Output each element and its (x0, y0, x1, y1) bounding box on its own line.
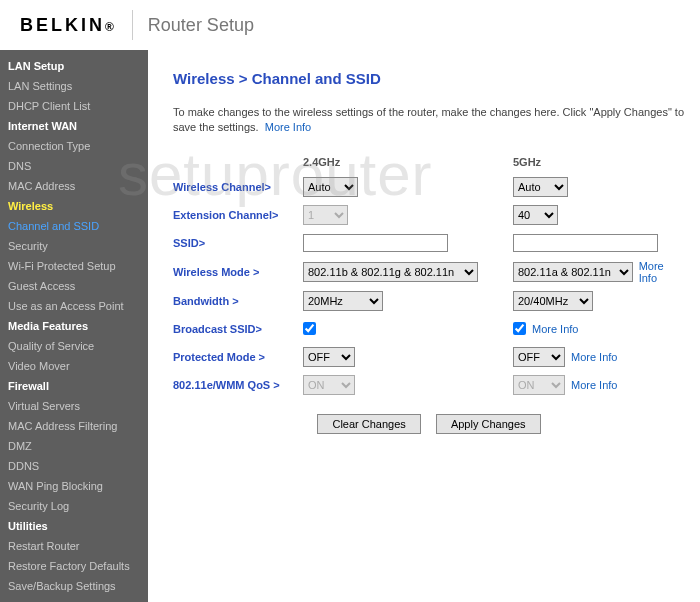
sidebar-item[interactable]: Connection Type (0, 136, 148, 156)
label-broadcast-ssid: Broadcast SSID> (173, 323, 303, 335)
bandwidth-24[interactable]: 20MHz (303, 291, 383, 311)
sidebar-section: Firewall (0, 376, 148, 396)
extension-channel-24: 1 (303, 205, 348, 225)
wmm-qos-5: ON (513, 375, 565, 395)
protected-mode-5[interactable]: OFF (513, 347, 565, 367)
sidebar-item[interactable]: Security Log (0, 496, 148, 516)
clear-changes-button[interactable]: Clear Changes (317, 414, 420, 434)
more-info-bcast[interactable]: More Info (532, 323, 578, 335)
bandwidth-5[interactable]: 20/40MHz (513, 291, 593, 311)
label-bandwidth: Bandwidth > (173, 295, 303, 307)
wireless-channel-24[interactable]: Auto (303, 177, 358, 197)
sidebar-item[interactable]: MAC Address (0, 176, 148, 196)
sidebar-item[interactable]: Security (0, 236, 148, 256)
sidebar-item[interactable]: Restore Previous Settings (0, 596, 148, 602)
sidebar-item[interactable]: WAN Ping Blocking (0, 476, 148, 496)
sidebar-item[interactable]: Save/Backup Settings (0, 576, 148, 596)
header: BELKIN® Router Setup (0, 0, 700, 50)
sidebar-item[interactable]: Virtual Servers (0, 396, 148, 416)
sidebar: LAN SetupLAN SettingsDHCP Client ListInt… (0, 50, 148, 602)
wmm-qos-24: ON (303, 375, 355, 395)
more-info-qos[interactable]: More Info (571, 379, 617, 391)
sidebar-section: Media Features (0, 316, 148, 336)
sidebar-item[interactable]: DMZ (0, 436, 148, 456)
sidebar-section-active[interactable]: Wireless (0, 196, 148, 216)
sidebar-item[interactable]: MAC Address Filtering (0, 416, 148, 436)
sidebar-item[interactable]: DDNS (0, 456, 148, 476)
more-info-prot[interactable]: More Info (571, 351, 617, 363)
column-5ghz: 5GHz (513, 156, 541, 168)
breadcrumb: Wireless > Channel and SSID (173, 70, 685, 87)
ssid-input-5[interactable] (513, 234, 658, 252)
column-2-4ghz: 2.4GHz (303, 156, 513, 168)
label-protected-mode: Protected Mode > (173, 351, 303, 363)
broadcast-ssid-24[interactable] (303, 322, 316, 335)
apply-changes-button[interactable]: Apply Changes (436, 414, 541, 434)
extension-channel-5[interactable]: 40 (513, 205, 558, 225)
more-info-mode[interactable]: More Info (639, 260, 685, 284)
sidebar-item[interactable]: Restart Router (0, 536, 148, 556)
label-extension-channel: Extension Channel> (173, 209, 303, 221)
more-info-link[interactable]: More Info (265, 121, 311, 133)
sidebar-item[interactable]: DHCP Client List (0, 96, 148, 116)
protected-mode-24[interactable]: OFF (303, 347, 355, 367)
sidebar-section: LAN Setup (0, 56, 148, 76)
broadcast-ssid-5[interactable] (513, 322, 526, 335)
wireless-mode-24[interactable]: 802.11b & 802.11g & 802.11n (303, 262, 478, 282)
sidebar-item[interactable]: Guest Access (0, 276, 148, 296)
sidebar-item[interactable]: Restore Factory Defaults (0, 556, 148, 576)
header-divider (132, 10, 133, 40)
sidebar-section: Utilities (0, 516, 148, 536)
sidebar-item[interactable]: DNS (0, 156, 148, 176)
label-wireless-channel: Wireless Channel> (173, 181, 303, 193)
sidebar-item[interactable]: LAN Settings (0, 76, 148, 96)
sidebar-item[interactable]: Use as an Access Point (0, 296, 148, 316)
instruction-text: To make changes to the wireless settings… (173, 105, 685, 136)
sidebar-item[interactable]: Quality of Service (0, 336, 148, 356)
sidebar-item-active[interactable]: Channel and SSID (0, 216, 148, 236)
page-title: Router Setup (148, 15, 254, 36)
sidebar-section: Internet WAN (0, 116, 148, 136)
label-ssid: SSID> (173, 237, 303, 249)
label-wireless-mode: Wireless Mode > (173, 266, 303, 278)
wireless-mode-5[interactable]: 802.11a & 802.11n (513, 262, 633, 282)
ssid-input-24[interactable] (303, 234, 448, 252)
sidebar-item[interactable]: Video Mover (0, 356, 148, 376)
logo: BELKIN® (20, 15, 117, 36)
wireless-channel-5[interactable]: Auto (513, 177, 568, 197)
main-content: setuprouter Wireless > Channel and SSID … (148, 50, 700, 602)
label-wmm-qos: 802.11e/WMM QoS > (173, 379, 303, 391)
sidebar-item[interactable]: Wi-Fi Protected Setup (0, 256, 148, 276)
